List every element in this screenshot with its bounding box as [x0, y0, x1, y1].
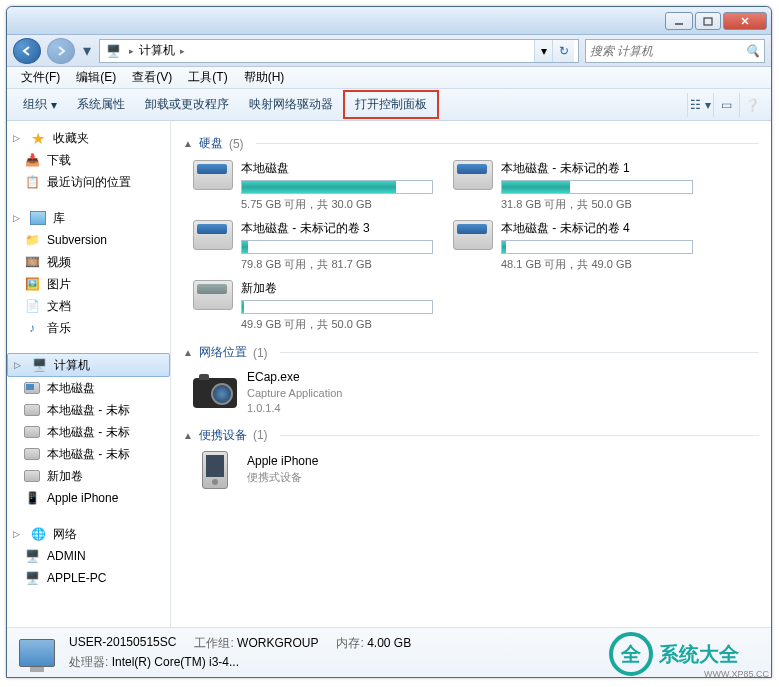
breadcrumb-arrow-icon[interactable]: ▸	[126, 46, 137, 56]
computer-header[interactable]: ▷🖥️计算机	[7, 353, 170, 377]
document-icon: 📄	[23, 297, 41, 315]
menu-edit[interactable]: 编辑(E)	[68, 67, 124, 88]
sidebar-new-volume[interactable]: 新加卷	[7, 465, 170, 487]
network-item-desc: Capture Application	[247, 386, 342, 401]
back-button[interactable]	[13, 38, 41, 64]
sidebar-local-disk[interactable]: 本地磁盘 - 未标	[7, 399, 170, 421]
sidebar-pictures[interactable]: 🖼️图片	[7, 273, 170, 295]
drive-free-text: 48.1 GB 可用，共 49.0 GB	[501, 257, 693, 272]
computer-name: USER-20150515SC	[69, 635, 176, 652]
uninstall-programs-button[interactable]: 卸载或更改程序	[135, 92, 239, 117]
collapse-arrow-icon: ▲	[183, 347, 193, 358]
phone-icon	[193, 452, 237, 488]
drive-name: 本地磁盘 - 未标记的卷 1	[501, 160, 693, 177]
search-input[interactable]	[590, 44, 745, 58]
star-icon: ★	[29, 129, 47, 147]
sidebar-documents[interactable]: 📄文档	[7, 295, 170, 317]
window-body: ▷★收藏夹 📥下载 📋最近访问的位置 ▷库 📁Subversion 🎞️视频 🖼…	[7, 121, 771, 627]
music-icon: ♪	[23, 319, 41, 337]
portable-group-header[interactable]: ▲ 便携设备 (1)	[183, 427, 759, 444]
sidebar-videos[interactable]: 🎞️视频	[7, 251, 170, 273]
portable-item-desc: 便携式设备	[247, 470, 318, 485]
libraries-section: ▷库 📁Subversion 🎞️视频 🖼️图片 📄文档 ♪音乐	[7, 207, 170, 339]
forward-button[interactable]	[47, 38, 75, 64]
chevron-down-icon: ▾	[51, 98, 57, 112]
sidebar-network-pc[interactable]: 🖥️ADMIN	[7, 545, 170, 567]
drive-icon	[23, 379, 41, 397]
menu-help[interactable]: 帮助(H)	[236, 67, 293, 88]
hdd-icon	[193, 280, 233, 320]
drive-item[interactable]: 本地磁盘 - 未标记的卷 131.8 GB 可用，共 50.0 GB	[453, 160, 693, 212]
sidebar-local-disk[interactable]: 本地磁盘 - 未标	[7, 443, 170, 465]
drive-item[interactable]: 新加卷49.9 GB 可用，共 50.0 GB	[193, 280, 433, 332]
drive-usage-bar	[501, 180, 693, 194]
favorites-header[interactable]: ▷★收藏夹	[7, 127, 170, 149]
sidebar-music[interactable]: ♪音乐	[7, 317, 170, 339]
recent-icon: 📋	[23, 173, 41, 191]
menu-view[interactable]: 查看(V)	[124, 67, 180, 88]
pc-icon: 🖥️	[23, 547, 41, 565]
maximize-button[interactable]	[695, 12, 721, 30]
folder-icon: 📁	[23, 231, 41, 249]
drive-icon	[23, 423, 41, 441]
breadcrumb-item[interactable]: 计算机	[137, 42, 177, 59]
sidebar-network-pc[interactable]: 🖥️APPLE-PC	[7, 567, 170, 589]
sidebar-iphone[interactable]: 📱Apple iPhone	[7, 487, 170, 509]
collapse-arrow-icon: ▲	[183, 138, 193, 149]
titlebar[interactable]	[7, 7, 771, 35]
network-group-header[interactable]: ▲ 网络位置 (1)	[183, 344, 759, 361]
sidebar-local-disk[interactable]: 本地磁盘 - 未标	[7, 421, 170, 443]
open-control-panel-button[interactable]: 打开控制面板	[343, 90, 439, 119]
help-button[interactable]: ❔	[739, 93, 765, 117]
drive-free-text: 79.8 GB 可用，共 81.7 GB	[241, 257, 433, 272]
drives-list: 本地磁盘5.75 GB 可用，共 30.0 GB本地磁盘 - 未标记的卷 131…	[193, 160, 759, 332]
address-bar: ▾ 🖥️ ▸ 计算机 ▸ ▾ ↻ 🔍	[7, 35, 771, 67]
menu-bar: 文件(F) 编辑(E) 查看(V) 工具(T) 帮助(H)	[7, 67, 771, 89]
menu-file[interactable]: 文件(F)	[13, 67, 68, 88]
menu-tools[interactable]: 工具(T)	[180, 67, 235, 88]
sidebar-local-disk[interactable]: 本地磁盘	[7, 377, 170, 399]
sidebar-recent[interactable]: 📋最近访问的位置	[7, 171, 170, 193]
close-button[interactable]	[723, 12, 767, 30]
explorer-window: ▾ 🖥️ ▸ 计算机 ▸ ▾ ↻ 🔍 文件(F) 编辑(E) 查看(V) 工具(…	[6, 6, 772, 678]
network-location-item[interactable]: ECap.exe Capture Application 1.0.1.4	[193, 369, 759, 417]
drive-free-text: 31.8 GB 可用，共 50.0 GB	[501, 197, 693, 212]
network-header[interactable]: ▷🌐网络	[7, 523, 170, 545]
breadcrumb-arrow-icon[interactable]: ▸	[177, 46, 188, 56]
computer-section: ▷🖥️计算机 本地磁盘 本地磁盘 - 未标 本地磁盘 - 未标 本地磁盘 - 未…	[7, 353, 170, 509]
sidebar-subversion[interactable]: 📁Subversion	[7, 229, 170, 251]
details-pane: USER-20150515SC 工作组: WORKGROUP 内存: 4.00 …	[7, 627, 771, 677]
drive-free-text: 5.75 GB 可用，共 30.0 GB	[241, 197, 433, 212]
drive-name: 本地磁盘 - 未标记的卷 4	[501, 220, 693, 237]
portable-device-item[interactable]: Apple iPhone 便携式设备	[193, 452, 759, 488]
map-network-drive-button[interactable]: 映射网络驱动器	[239, 92, 343, 117]
network-item-version: 1.0.1.4	[247, 401, 342, 416]
libraries-header[interactable]: ▷库	[7, 207, 170, 229]
drive-icon	[23, 401, 41, 419]
drive-icon	[23, 467, 41, 485]
preview-pane-button[interactable]: ▭	[713, 93, 739, 117]
content-pane: ▲ 硬盘 (5) 本地磁盘5.75 GB 可用，共 30.0 GB本地磁盘 - …	[171, 121, 771, 627]
refresh-button[interactable]: ↻	[552, 40, 574, 62]
organize-button[interactable]: 组织 ▾	[13, 92, 67, 117]
drive-name: 本地磁盘 - 未标记的卷 3	[241, 220, 433, 237]
computer-large-icon	[17, 633, 57, 673]
library-icon	[29, 209, 47, 227]
drive-name: 新加卷	[241, 280, 433, 297]
search-box[interactable]: 🔍	[585, 39, 765, 63]
drives-group-header[interactable]: ▲ 硬盘 (5)	[183, 135, 759, 152]
breadcrumb-box[interactable]: 🖥️ ▸ 计算机 ▸ ▾ ↻	[99, 39, 579, 63]
search-icon[interactable]: 🔍	[745, 44, 760, 58]
drive-item[interactable]: 本地磁盘 - 未标记的卷 379.8 GB 可用，共 81.7 GB	[193, 220, 433, 272]
view-mode-button[interactable]: ☷ ▾	[687, 93, 713, 117]
sidebar-downloads[interactable]: 📥下载	[7, 149, 170, 171]
drive-item[interactable]: 本地磁盘5.75 GB 可用，共 30.0 GB	[193, 160, 433, 212]
drive-item[interactable]: 本地磁盘 - 未标记的卷 448.1 GB 可用，共 49.0 GB	[453, 220, 693, 272]
pc-icon: 🖥️	[23, 569, 41, 587]
hdd-icon	[193, 220, 233, 260]
hdd-icon	[453, 220, 493, 260]
nav-history-dropdown[interactable]: ▾	[81, 41, 93, 61]
system-properties-button[interactable]: 系统属性	[67, 92, 135, 117]
address-dropdown[interactable]: ▾	[534, 40, 552, 62]
minimize-button[interactable]	[665, 12, 693, 30]
